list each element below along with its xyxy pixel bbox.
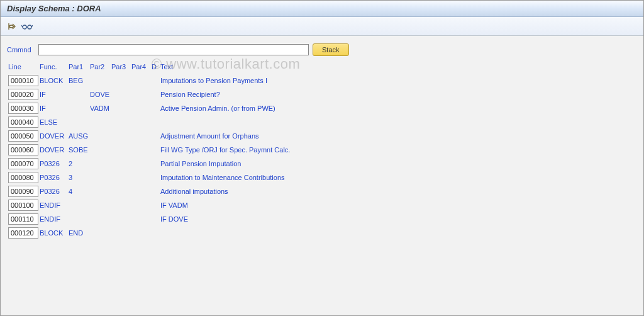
col-header-par2: Par2 <box>90 63 111 71</box>
cell-text: Partial Pension Imputation <box>160 160 637 167</box>
table-header: Line Func. Par1 Par2 Par3 Par4 D Text <box>7 60 637 74</box>
table-row: P03264Additional imputations <box>7 184 637 198</box>
line-number-input[interactable] <box>8 103 38 114</box>
display-toggle-icon <box>7 22 17 31</box>
cell-text: Adjustment Amount for Orphans <box>160 132 637 140</box>
cell-func: ENDIF <box>40 215 69 223</box>
command-row: Cmmnd Stack <box>7 43 637 56</box>
line-number-input[interactable] <box>8 186 38 197</box>
cell-text: Active Pension Admin. (or from PWE) <box>160 104 637 112</box>
col-header-d: D <box>152 63 160 71</box>
glasses-toolbar-button[interactable] <box>21 20 33 33</box>
col-header-par1: Par1 <box>69 63 90 71</box>
cell-text: Imputations to Pension Payments I <box>160 77 637 84</box>
cell-text: Additional imputations <box>160 188 637 195</box>
command-label: Cmmnd <box>7 46 35 54</box>
table-row: P03263Imputation to Maintenance Contribu… <box>7 171 637 184</box>
cell-func: ENDIF <box>40 201 69 209</box>
line-number-input[interactable] <box>8 116 38 128</box>
stack-button[interactable]: Stack <box>313 43 349 56</box>
glasses-icon <box>21 23 33 30</box>
line-number-input[interactable] <box>8 89 38 100</box>
table-row: DOVERSOBEFill WG Type /ORJ for Spec. Pay… <box>7 143 637 157</box>
cell-par1: BEG <box>69 77 90 84</box>
window-title: Display Schema : DORA <box>7 4 101 13</box>
cell-par1: 4 <box>69 188 90 195</box>
col-header-text: Text <box>160 63 637 71</box>
table-row: BLOCKBEGImputations to Pension Payments … <box>7 74 637 87</box>
cell-func: DOVER <box>40 146 69 154</box>
table-row: P03262Partial Pension Imputation <box>7 157 637 171</box>
line-number-input[interactable] <box>8 227 38 239</box>
cell-func: P0326 <box>40 160 69 167</box>
line-number-input[interactable] <box>8 200 38 211</box>
col-header-func: Func. <box>40 63 69 71</box>
cell-text: Fill WG Type /ORJ for Spec. Paymnt Calc. <box>160 146 637 154</box>
cell-func: ELSE <box>40 118 69 126</box>
table-row: BLOCKEND <box>7 226 637 240</box>
cell-func: IF <box>40 91 69 98</box>
cell-func: BLOCK <box>40 229 69 237</box>
line-number-input[interactable] <box>8 75 38 86</box>
cell-func: P0326 <box>40 174 69 181</box>
toggle-toolbar-button[interactable] <box>6 20 18 33</box>
table-row: DOVERAUSGAdjustment Amount for Orphans <box>7 129 637 143</box>
cell-text: Imputation to Maintenance Contributions <box>160 174 637 181</box>
col-header-par4: Par4 <box>131 63 152 71</box>
cell-par2: VADM <box>90 104 111 112</box>
col-header-par3: Par3 <box>111 63 131 71</box>
cell-text: Pension Recipient? <box>160 91 637 98</box>
cell-par1: 2 <box>69 160 90 167</box>
svg-point-1 <box>28 25 31 29</box>
cell-func: IF <box>40 104 69 112</box>
line-number-input[interactable] <box>8 172 38 183</box>
cell-par2: DOVE <box>90 91 111 98</box>
table-row: IFVADMActive Pension Admin. (or from PWE… <box>7 101 637 115</box>
table-row: ELSE <box>7 115 637 129</box>
cell-par1: SOBE <box>69 146 90 154</box>
title-bar: Display Schema : DORA <box>1 1 643 17</box>
command-input[interactable] <box>38 44 309 55</box>
table-row: ENDIFIF VADM <box>7 198 637 212</box>
table-row: IFDOVEPension Recipient? <box>7 87 637 101</box>
cell-func: DOVER <box>40 132 69 140</box>
line-number-input[interactable] <box>8 144 38 155</box>
line-number-input[interactable] <box>8 158 38 169</box>
col-header-line: Line <box>7 63 40 71</box>
cell-text: IF DOVE <box>160 215 637 223</box>
cell-par1: AUSG <box>69 132 90 140</box>
svg-point-0 <box>23 25 26 29</box>
content-area: © www.tutorialkart.com Cmmnd Stack Line … <box>1 36 643 247</box>
line-number-input[interactable] <box>8 213 38 225</box>
cell-func: P0326 <box>40 188 69 195</box>
table-row: ENDIFIF DOVE <box>7 212 637 226</box>
cell-par1: 3 <box>69 174 90 181</box>
cell-par1: END <box>69 229 90 237</box>
schema-table: Line Func. Par1 Par2 Par3 Par4 D Text BL… <box>7 60 637 240</box>
toolbar <box>1 17 643 36</box>
cell-text: IF VADM <box>160 201 637 209</box>
cell-func: BLOCK <box>40 77 69 84</box>
line-number-input[interactable] <box>8 130 38 142</box>
